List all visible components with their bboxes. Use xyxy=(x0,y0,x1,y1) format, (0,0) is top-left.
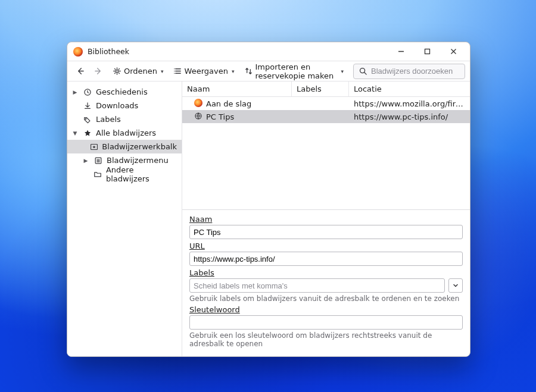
desktop-wallpaper: Bibliotheek Ordenen ▾ Weergaven ▾ xyxy=(0,0,536,392)
window-title: Bibliotheek xyxy=(88,47,129,56)
list-empty-area xyxy=(182,123,470,209)
sidebar-item-labels[interactable]: Labels xyxy=(67,112,182,126)
sidebar-item-other-bookmarks[interactable]: Andere bladwijzers xyxy=(67,167,182,181)
row-name: PC Tips xyxy=(206,112,234,121)
table-row[interactable]: Aan de slag https://www.mozilla.org/fire… xyxy=(182,97,470,110)
import-export-icon xyxy=(244,67,253,76)
import-export-button[interactable]: Importeren en reservekopie maken ▾ xyxy=(241,64,348,79)
sidebar-label: Labels xyxy=(96,115,121,124)
chevron-right-icon: ▶ xyxy=(82,158,90,164)
download-icon xyxy=(83,102,92,110)
row-name: Aan de slag xyxy=(206,99,251,108)
chevron-down-icon: ▾ xyxy=(341,68,344,74)
sidebar-item-history[interactable]: ▶ Geschiedenis xyxy=(67,85,182,99)
close-button[interactable] xyxy=(440,43,466,61)
labels-dropdown-button[interactable] xyxy=(448,278,463,293)
arrow-right-icon xyxy=(94,67,103,76)
table-row[interactable]: PC Tips https://www.pc-tips.info/ xyxy=(182,110,470,123)
svg-point-4 xyxy=(85,118,86,119)
views-label: Weergaven xyxy=(185,67,228,76)
labels-label: Labels xyxy=(189,268,463,277)
menu-list-icon xyxy=(94,156,103,165)
globe-icon xyxy=(194,112,202,122)
star-outline-icon xyxy=(90,143,98,151)
tag-icon xyxy=(83,115,92,124)
star-icon xyxy=(83,129,92,137)
maximize-button[interactable] xyxy=(414,43,440,61)
svg-point-1 xyxy=(116,70,118,72)
chevron-down-icon: ▾ xyxy=(161,68,164,74)
chevron-right-icon: ▶ xyxy=(71,89,79,95)
titlebar: Bibliotheek xyxy=(67,42,470,61)
sidebar-label: Downloads xyxy=(96,101,138,110)
search-box[interactable] xyxy=(353,64,465,79)
list-icon xyxy=(173,67,182,76)
views-button[interactable]: Weergaven ▾ xyxy=(170,64,238,79)
toolbar: Ordenen ▾ Weergaven ▾ Importeren en rese… xyxy=(67,61,470,81)
search-input[interactable] xyxy=(371,67,460,76)
arrow-left-icon xyxy=(76,67,85,76)
chevron-down-icon: ▼ xyxy=(71,130,79,136)
column-name[interactable]: Naam xyxy=(182,81,292,96)
column-headers: Naam Labels Locatie xyxy=(182,81,470,97)
search-icon xyxy=(359,67,367,76)
sidebar-label: Alle bladwijzers xyxy=(96,128,156,137)
clock-icon xyxy=(83,88,92,96)
url-field[interactable] xyxy=(189,252,463,266)
keyword-field[interactable] xyxy=(189,315,463,330)
labels-hint: Gebruik labels om bladwijzers vanuit de … xyxy=(189,294,463,303)
organize-label: Ordenen xyxy=(124,67,157,76)
column-location[interactable]: Locatie xyxy=(349,81,470,96)
minimize-button[interactable] xyxy=(388,43,414,61)
labels-field[interactable] xyxy=(189,278,445,293)
chevron-down-icon xyxy=(453,281,459,290)
gear-icon xyxy=(113,67,121,76)
bookmark-list: Aan de slag https://www.mozilla.org/fire… xyxy=(182,97,470,123)
url-label: URL xyxy=(189,242,463,250)
library-window: Bibliotheek Ordenen ▾ Weergaven ▾ xyxy=(67,42,470,357)
forward-button[interactable] xyxy=(91,64,107,79)
back-button[interactable] xyxy=(72,64,88,79)
import-export-label: Importeren en reservekopie maken xyxy=(255,62,338,80)
firefox-icon xyxy=(194,99,202,109)
row-location: https://www.mozilla.org/firefox/cen… xyxy=(349,99,470,108)
column-labels[interactable]: Labels xyxy=(292,81,349,96)
row-location: https://www.pc-tips.info/ xyxy=(349,112,470,121)
name-label: Naam xyxy=(189,215,463,224)
main-panel: Naam Labels Locatie Aan de slag https://… xyxy=(182,81,470,356)
sidebar-item-all-bookmarks[interactable]: ▼ Alle bladwijzers xyxy=(67,126,182,140)
sidebar-label: Andere bladwijzers xyxy=(106,165,177,183)
chevron-down-icon: ▾ xyxy=(232,68,235,74)
keyword-hint: Gebruik een los sleutelwoord om bladwijz… xyxy=(189,331,463,348)
svg-rect-0 xyxy=(425,49,429,54)
sidebar-item-bookmark-toolbar[interactable]: Bladwijzerwerkbalk xyxy=(67,140,182,153)
sidebar-label: Geschiedenis xyxy=(96,87,148,96)
organize-button[interactable]: Ordenen ▾ xyxy=(109,64,167,79)
details-panel: Naam URL Labels xyxy=(182,209,470,356)
folder-icon xyxy=(94,170,102,178)
keyword-label: Sleutelwoord xyxy=(189,305,463,314)
name-field[interactable] xyxy=(189,225,463,239)
sidebar-label: Bladwijzerwerkbalk xyxy=(102,142,177,151)
firefox-icon xyxy=(73,47,83,57)
sidebar: ▶ Geschiedenis Downloads Labels ▼ xyxy=(67,81,182,356)
sidebar-label: Bladwijzermenu xyxy=(107,156,169,165)
sidebar-item-downloads[interactable]: Downloads xyxy=(67,99,182,112)
